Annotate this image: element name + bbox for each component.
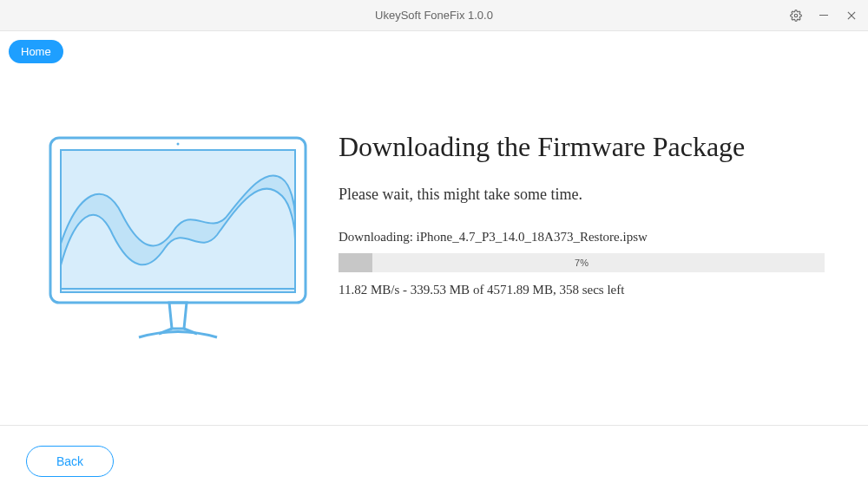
close-icon[interactable] [845, 10, 858, 22]
window-controls [790, 10, 858, 22]
back-button-label: Back [56, 454, 83, 468]
app-title: UkeySoft FoneFix 1.0.0 [375, 9, 493, 22]
svg-point-0 [794, 14, 798, 17]
download-stats: 11.82 MB/s - 339.53 MB of 4571.89 MB, 35… [339, 283, 825, 297]
titlebar: UkeySoft FoneFix 1.0.0 [0, 0, 868, 31]
downloading-filename: Downloading: iPhone_4.7_P3_14.0_18A373_R… [339, 230, 825, 245]
progress-bar: 7% [339, 253, 825, 272]
progress-percent-label: 7% [339, 253, 825, 272]
back-button[interactable]: Back [26, 446, 114, 477]
content-column: Downloading the Firmware Package Please … [339, 96, 851, 408]
settings-icon[interactable] [790, 10, 802, 22]
home-tab[interactable]: Home [9, 40, 63, 63]
svg-point-5 [177, 143, 180, 146]
home-tab-label: Home [21, 45, 51, 58]
monitor-illustration [43, 131, 312, 348]
minimize-icon[interactable] [818, 10, 830, 22]
footer: Back [0, 425, 868, 496]
page-heading: Downloading the Firmware Package [339, 131, 825, 163]
main-content: Downloading the Firmware Package Please … [0, 31, 868, 425]
illustration-column [17, 96, 339, 408]
page-subheading: Please wait, this might take some time. [339, 186, 825, 204]
